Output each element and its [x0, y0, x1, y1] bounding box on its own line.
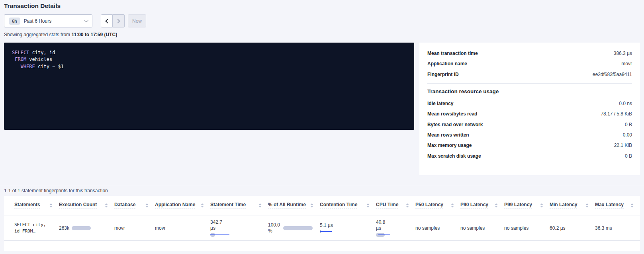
sql-keyword: WHERE: [12, 64, 35, 69]
contention-time-bar: [320, 230, 333, 234]
pct-runtime-bar: [283, 226, 313, 230]
column-header-label[interactable]: Execution Count: [59, 202, 97, 209]
column-header-pct-runtime: % of All Runtime: [268, 202, 320, 209]
stats-period-range: 11:00 to 17:59 (UTC): [71, 32, 117, 37]
resource-row-value: 78.17 / 5.8 KiB: [601, 111, 632, 117]
divider: [0, 186, 644, 186]
cpu-time-value: 40.8: [376, 219, 411, 225]
resource-row: Mean rows/bytes read 78.17 / 5.8 KiB: [427, 109, 632, 119]
sort-arrows-icon[interactable]: [366, 203, 370, 207]
sql-text: vehicles: [26, 57, 52, 62]
column-header-statement-time: Statement Time: [210, 202, 268, 209]
cpu-time-unit: µs: [376, 225, 411, 231]
caret-left-icon: [105, 19, 110, 23]
sort-arrows-icon[interactable]: [495, 203, 498, 207]
column-header-label[interactable]: Max Latency: [595, 202, 624, 209]
sort-arrows-icon[interactable]: [585, 203, 589, 207]
statements-table-header: Statements Execution Count Database Appl…: [4, 196, 640, 215]
column-header-label[interactable]: P50 Latency: [415, 202, 443, 209]
resource-row-label: Max scratch disk usage: [427, 153, 481, 159]
column-header-p99-latency: P99 Latency: [504, 202, 550, 209]
column-header-max-latency: Max Latency: [595, 202, 640, 209]
p90-latency-cell: no samples: [460, 225, 504, 231]
statement-table-row[interactable]: SELECT city, id FROM… 263k movr movr 342…: [4, 215, 640, 241]
cpu-time-bar: [376, 233, 392, 237]
resource-row-label: Mean rows written: [427, 132, 469, 138]
column-header-label[interactable]: % of All Runtime: [268, 202, 306, 209]
column-header-label[interactable]: P90 Latency: [460, 202, 488, 209]
max-latency-cell: 36.3 ms: [595, 225, 640, 231]
column-header-contention-time: Contention Time: [320, 202, 376, 209]
statement-time-bar: [210, 233, 230, 237]
column-header-label[interactable]: Min Latency: [550, 202, 577, 209]
column-header-execution-count: Execution Count: [59, 202, 114, 209]
sort-arrows-icon[interactable]: [406, 203, 409, 207]
time-controls: 6h Past 6 Hours Now: [4, 14, 146, 27]
time-range-label: Past 6 Hours: [24, 18, 84, 24]
column-header-label[interactable]: Statement Time: [210, 202, 246, 209]
time-range-badge: 6h: [9, 18, 20, 25]
resource-row-value: 22.1 KiB: [614, 143, 632, 148]
column-header-database: Database: [114, 202, 155, 209]
resource-row: Mean rows written 0.00: [427, 130, 632, 140]
resource-row-value: 0.0 ns: [619, 101, 632, 106]
pct-runtime-cell: 100.0 %: [268, 222, 320, 234]
sort-arrows-icon[interactable]: [105, 203, 108, 207]
caret-right-icon: [115, 19, 120, 23]
overview-row-label: Application name: [427, 61, 467, 66]
column-header-label[interactable]: Contention Time: [320, 202, 357, 209]
overview-row-value: movr: [621, 61, 632, 66]
sort-arrows-icon[interactable]: [49, 203, 53, 207]
column-header-label[interactable]: Statements: [14, 202, 40, 209]
now-button[interactable]: Now: [128, 14, 146, 27]
overview-row-value: ee2df683f5aa9411: [593, 72, 632, 77]
sort-arrows-icon[interactable]: [630, 203, 634, 207]
execution-count-bar: [72, 226, 91, 230]
pct-runtime-unit: %: [268, 228, 280, 234]
chevron-down-icon: [84, 18, 88, 22]
previous-interval-button[interactable]: [101, 14, 113, 27]
statement-text-line1: SELECT city,: [14, 222, 55, 228]
sort-arrows-icon[interactable]: [540, 203, 543, 207]
resource-row-value: 0.00: [623, 132, 632, 138]
next-interval-button[interactable]: [113, 14, 125, 27]
p50-latency-cell: no samples: [415, 225, 460, 231]
divider: [427, 83, 632, 84]
sort-arrows-icon[interactable]: [201, 203, 204, 207]
column-header-label[interactable]: Database: [114, 202, 135, 209]
contention-time-cell: 5.1 µs: [320, 223, 376, 234]
execution-count-cell: 263k: [59, 225, 114, 231]
column-header-label[interactable]: CPU Time: [376, 202, 398, 209]
min-latency-cell: 60.2 µs: [550, 225, 595, 231]
p99-latency-cell: no samples: [504, 225, 550, 231]
sort-arrows-icon[interactable]: [310, 203, 313, 207]
column-header-application-name: Application Name: [155, 202, 210, 209]
transaction-overview-card: Mean transaction time 386.3 µs Applicati…: [419, 43, 640, 175]
time-range-dropdown[interactable]: 6h Past 6 Hours: [4, 14, 92, 27]
resource-row-label: Bytes read over network: [427, 122, 483, 127]
statement-link[interactable]: SELECT city, id FROM…: [14, 222, 59, 234]
resource-row: Max scratch disk usage 0 B: [427, 150, 632, 161]
sql-statement-box: SELECT city, id FROM vehicles WHERE city…: [4, 43, 414, 130]
database-cell: movr: [114, 225, 155, 231]
resource-row: Max memory usage 22.1 KiB: [427, 140, 632, 150]
pct-runtime-value: 100.0: [268, 222, 280, 228]
column-header-label[interactable]: P99 Latency: [504, 202, 532, 209]
time-nav-group: [101, 14, 125, 27]
sort-arrows-icon[interactable]: [451, 203, 454, 207]
transaction-details-page: Transaction Details 6h Past 6 Hours Now …: [0, 0, 644, 254]
resource-row: Bytes read over network 0 B: [427, 119, 632, 129]
overview-row: Fingerprint ID ee2df683f5aa9411: [427, 69, 632, 80]
sql-keyword: SELECT: [12, 50, 29, 55]
resource-row-value: 0 B: [625, 122, 632, 127]
sort-arrows-icon[interactable]: [145, 203, 149, 207]
column-header-p90-latency: P90 Latency: [460, 202, 504, 209]
cpu-time-cell: 40.8 µs: [376, 219, 415, 237]
overview-row-value: 386.3 µs: [614, 51, 632, 56]
stats-period-text: Showing aggregated stats from 11:00 to 1…: [4, 32, 117, 37]
resource-row-label: Idle latency: [427, 101, 453, 106]
column-header-label[interactable]: Application Name: [155, 202, 195, 209]
page-title: Transaction Details: [4, 2, 61, 10]
sort-arrows-icon[interactable]: [258, 203, 262, 207]
stats-period-prefix: Showing aggregated stats from: [4, 32, 70, 37]
